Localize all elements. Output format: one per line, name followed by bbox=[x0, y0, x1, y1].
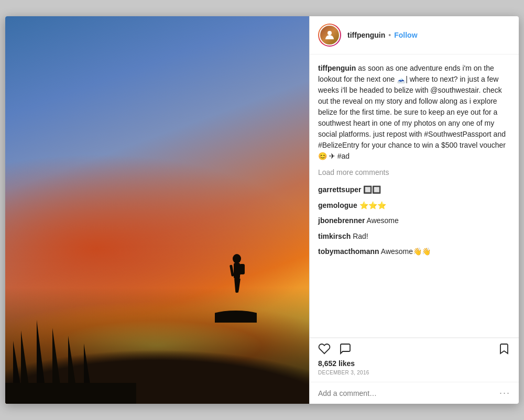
comment-row: gemologue ⭐⭐⭐ bbox=[318, 201, 510, 211]
avatar-image bbox=[319, 25, 340, 46]
comment-text: 🔲🔲 bbox=[361, 185, 381, 194]
ellipsis-icon: ··· bbox=[499, 388, 510, 399]
commenter-name: jbonebrenner bbox=[318, 216, 365, 225]
comment-row: jbonebrenner Awesome bbox=[318, 216, 510, 226]
caption-comments-area: tiffpenguin as soon as one adventure end… bbox=[310, 54, 519, 338]
photo-panel bbox=[5, 16, 309, 404]
svg-point-1 bbox=[233, 254, 241, 263]
likes-count: 8,652 likes bbox=[318, 359, 510, 368]
caption-block: tiffpenguin as soon as one adventure end… bbox=[318, 63, 510, 162]
commenter-name: garrettsuper bbox=[318, 185, 361, 194]
header-dot: • bbox=[388, 31, 391, 39]
comment-text: Awesome bbox=[365, 216, 398, 225]
svg-rect-14 bbox=[5, 383, 136, 404]
caption-text: as soon as one adventure ends i'm on the… bbox=[318, 64, 506, 160]
svg-rect-6 bbox=[230, 264, 234, 277]
bookmark-icon bbox=[498, 342, 510, 355]
add-comment-bar: ··· bbox=[310, 382, 519, 404]
person-silhouette bbox=[215, 239, 257, 323]
post-photo bbox=[5, 16, 309, 404]
post-window: tiffpenguin • Follow tiffpenguin as soon… bbox=[5, 16, 519, 404]
heart-icon bbox=[318, 342, 331, 355]
bookmark-button[interactable] bbox=[498, 342, 510, 355]
comment-row: garrettsuper 🔲🔲 bbox=[318, 185, 510, 195]
comment-text: Rad! bbox=[351, 232, 368, 240]
svg-point-0 bbox=[215, 311, 257, 323]
commenter-name: gemologue bbox=[318, 201, 357, 209]
caption-username: tiffpenguin bbox=[318, 64, 356, 72]
svg-point-15 bbox=[328, 31, 332, 35]
comment-row: tobymacthomann Awesome👋👋 bbox=[318, 247, 510, 257]
trees-silhouette bbox=[5, 299, 136, 404]
comment-icon bbox=[339, 342, 352, 355]
comment-row: timkirsch Rad! bbox=[318, 231, 510, 242]
commenter-name: timkirsch bbox=[318, 232, 351, 240]
comment-text: ⭐⭐⭐ bbox=[357, 201, 386, 209]
post-date: DECEMBER 3, 2016 bbox=[318, 370, 510, 375]
comment-button[interactable] bbox=[339, 342, 352, 355]
like-button[interactable] bbox=[318, 342, 331, 355]
actions-bar: 8,652 likes DECEMBER 3, 2016 bbox=[310, 338, 519, 382]
info-panel: tiffpenguin • Follow tiffpenguin as soon… bbox=[309, 16, 519, 404]
header-info: tiffpenguin • Follow bbox=[347, 31, 510, 39]
post-header: tiffpenguin • Follow bbox=[310, 16, 519, 54]
load-more-comments[interactable]: Load more comments bbox=[318, 168, 510, 176]
avatar bbox=[318, 24, 341, 47]
action-icons-row bbox=[318, 342, 510, 355]
follow-button[interactable]: Follow bbox=[394, 31, 417, 39]
comment-text: Awesome👋👋 bbox=[379, 247, 431, 256]
commenter-name: tobymacthomann bbox=[318, 247, 379, 256]
comment-input[interactable] bbox=[318, 389, 499, 397]
header-username: tiffpenguin bbox=[347, 31, 385, 39]
